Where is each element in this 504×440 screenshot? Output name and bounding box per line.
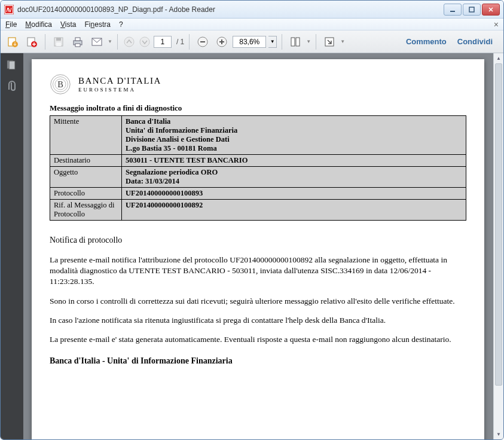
body-paragraph: La presente e-mail notifica l'attribuzio… <box>50 255 466 288</box>
toolbar: ▼ / 1 ▼ ▼ ▼ Commento Condividi <box>1 30 503 53</box>
table-row: Rif. al Messaggio di Protocollo UF201400… <box>50 200 466 221</box>
toolbar-right-links: Commento Condividi <box>406 37 500 46</box>
table-row: Oggetto Segnalazione periodica ORO Data:… <box>50 167 466 188</box>
maximize-button[interactable] <box>463 4 481 16</box>
zoom-in-button[interactable] <box>213 33 230 50</box>
titlebar: doc0UF201400000000100893_NP_Diagn.pdf - … <box>1 1 503 19</box>
scroll-track[interactable] <box>495 63 502 429</box>
message-heading: Messaggio inoltrato a fini di diagnostic… <box>50 103 466 113</box>
create-pdf-button[interactable] <box>23 33 40 50</box>
svg-rect-13 <box>75 44 80 47</box>
close-button[interactable] <box>482 4 500 16</box>
logo-subtitle: EUROSISTEMA <box>78 87 161 93</box>
sidebar <box>1 53 23 439</box>
svg-rect-21 <box>221 39 222 44</box>
zoom-input[interactable] <box>233 36 266 48</box>
toolbar-separator <box>316 34 316 50</box>
svg-rect-3 <box>469 7 474 12</box>
window-controls <box>444 4 500 16</box>
mittente-label: Mittente <box>50 116 122 155</box>
svg-rect-23 <box>296 38 300 46</box>
read-dropdown-icon[interactable]: ▼ <box>340 39 345 44</box>
scroll-up-icon[interactable]: ▲ <box>494 53 503 63</box>
attachments-panel-icon[interactable] <box>5 81 19 94</box>
email-button[interactable] <box>88 33 105 50</box>
commento-button[interactable]: Commento <box>406 37 447 46</box>
minimize-button[interactable] <box>444 4 462 16</box>
svg-text:B: B <box>57 80 63 89</box>
fit-page-button[interactable] <box>287 33 304 50</box>
menubar: File Modifica Vista Finestra ? × <box>1 19 503 30</box>
svg-rect-2 <box>450 11 455 12</box>
toolbar-separator <box>282 34 282 50</box>
svg-rect-9 <box>56 38 61 41</box>
pdf-page: B BANCA D'ITALIA EUROSISTEMA Messaggio i… <box>32 59 484 439</box>
zoom-dropdown-icon[interactable]: ▼ <box>268 36 277 48</box>
oggetto-value: Segnalazione periodica ORO Data: 31/03/2… <box>122 167 466 188</box>
destinatario-label: Destinatario <box>50 155 122 167</box>
read-mode-button[interactable] <box>321 33 338 50</box>
fit-dropdown-icon[interactable]: ▼ <box>306 39 311 44</box>
svg-rect-26 <box>9 61 15 69</box>
menu-modifica[interactable]: Modifica <box>25 20 52 29</box>
document-viewport[interactable]: B BANCA D'ITALIA EUROSISTEMA Messaggio i… <box>23 53 503 439</box>
page-up-button[interactable] <box>123 33 136 50</box>
destinatario-value: 503011 - UTENTE TEST BANCARIO <box>122 155 466 167</box>
body-paragraph: La presente e-mail e' stata generata aut… <box>50 334 466 345</box>
window-title: doc0UF201400000000100893_NP_Diagn.pdf - … <box>17 5 444 14</box>
bank-logo: B BANCA D'ITALIA EUROSISTEMA <box>50 74 466 95</box>
thumbnails-panel-icon[interactable] <box>5 59 19 72</box>
toolbar-separator <box>189 34 190 50</box>
toolbar-separator <box>117 34 118 50</box>
svg-rect-18 <box>200 41 205 42</box>
bank-logo-mark-icon: B <box>50 74 71 95</box>
print-button[interactable] <box>69 33 86 50</box>
logo-title: BANCA D'ITALIA <box>78 77 161 85</box>
table-row: Protocollo UF201400000000100893 <box>50 188 466 200</box>
vertical-scrollbar[interactable]: ▲ ▼ <box>493 53 503 439</box>
content-area: B BANCA D'ITALIA EUROSISTEMA Messaggio i… <box>1 53 503 439</box>
save-button[interactable] <box>50 33 67 50</box>
oggetto-label: Oggetto <box>50 167 122 188</box>
info-table: Mittente Banca d'Italia Unita' di Inform… <box>50 115 466 221</box>
page-down-button[interactable] <box>138 33 151 50</box>
protocollo-value: UF201400000000100893 <box>122 188 466 200</box>
body-paragraph: Sono in corso i controlli di correttezza… <box>50 296 466 307</box>
zoom-out-button[interactable] <box>194 33 211 50</box>
mittente-value: Banca d'Italia Unita' di Informazione Fi… <box>122 116 466 155</box>
menu-finestra[interactable]: Finestra <box>85 20 111 29</box>
menu-file[interactable]: File <box>5 20 17 29</box>
page-number-input[interactable] <box>154 36 172 48</box>
svg-rect-12 <box>75 38 80 41</box>
svg-point-16 <box>140 37 149 47</box>
menu-help[interactable]: ? <box>119 20 123 29</box>
rif-value: UF201400000000100892 <box>122 200 466 221</box>
protocollo-label: Protocollo <box>50 188 122 200</box>
footer-line: Banca d'Italia - Unita' di Informazione … <box>50 356 466 367</box>
toolbar-separator <box>45 34 45 50</box>
menu-close-x[interactable]: × <box>494 20 499 29</box>
app-window: doc0UF201400000000100893_NP_Diagn.pdf - … <box>0 0 504 440</box>
adobe-reader-icon <box>4 5 14 14</box>
scroll-thumb[interactable] <box>495 63 502 386</box>
rif-label: Rif. al Messaggio di Protocollo <box>50 200 122 221</box>
page-total-label: / 1 <box>176 38 184 46</box>
bank-logo-text: BANCA D'ITALIA EUROSISTEMA <box>78 77 161 93</box>
email-dropdown-icon[interactable]: ▼ <box>108 39 112 44</box>
body-paragraph: In caso l'azione notificata sia ritenuta… <box>50 315 466 326</box>
svg-rect-22 <box>291 38 295 46</box>
scroll-down-icon[interactable]: ▼ <box>494 429 503 439</box>
export-pdf-button[interactable] <box>4 33 21 50</box>
table-row: Mittente Banca d'Italia Unita' di Inform… <box>50 116 466 155</box>
body-text: Notifica di protocollo La presente e-mai… <box>50 235 466 367</box>
notification-heading: Notifica di protocollo <box>50 235 466 246</box>
table-row: Destinatario 503011 - UTENTE TEST BANCAR… <box>50 155 466 167</box>
svg-rect-10 <box>56 42 61 46</box>
svg-point-15 <box>124 37 134 47</box>
condividi-button[interactable]: Condividi <box>457 37 493 46</box>
menu-vista[interactable]: Vista <box>60 20 76 29</box>
